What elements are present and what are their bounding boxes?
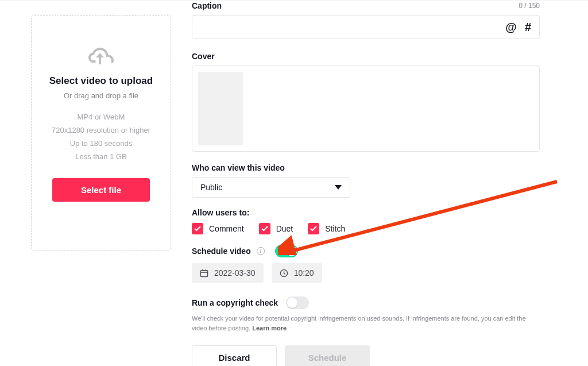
- caption-label: Caption: [192, 1, 222, 10]
- toggle-knob: [287, 298, 297, 308]
- clock-icon: [280, 269, 288, 278]
- checkbox-comment[interactable]: [192, 223, 203, 234]
- checkbox-duet[interactable]: [259, 223, 270, 234]
- select-file-button[interactable]: Select file: [52, 178, 150, 202]
- discard-button[interactable]: Discard: [192, 345, 277, 366]
- hashtag-icon[interactable]: #: [525, 21, 531, 34]
- checkbox-stitch[interactable]: [308, 223, 319, 234]
- upload-subtitle: Or drag and drop a file: [64, 91, 138, 100]
- caption-input[interactable]: [200, 16, 497, 38]
- req-format: MP4 or WebM: [78, 113, 125, 121]
- upload-requirements: MP4 or WebM 720x1280 resolution or highe…: [52, 113, 150, 161]
- cover-selector[interactable]: [192, 66, 540, 152]
- checkbox-duet-label: Duet: [276, 224, 293, 233]
- learn-more-link[interactable]: Learn more: [252, 325, 287, 332]
- visibility-label: Who can view this video: [192, 163, 540, 172]
- allow-label: Allow users to:: [192, 208, 540, 217]
- schedule-label: Schedule video: [192, 246, 251, 256]
- cover-thumbnail-placeholder: [198, 72, 243, 145]
- upload-title: Select video to upload: [49, 75, 153, 87]
- copyright-description: We'll check your video for potential cop…: [192, 314, 540, 333]
- req-duration: Up to 180 seconds: [70, 139, 132, 148]
- req-resolution: 720x1280 resolution or higher: [52, 126, 150, 134]
- chevron-down-icon: [335, 185, 342, 190]
- calendar-icon: [200, 269, 208, 278]
- req-size: Less than 1 GB: [75, 152, 127, 161]
- copyright-desc-text: We'll check your video for potential cop…: [192, 315, 526, 332]
- checkbox-stitch-label: Stitch: [325, 224, 345, 233]
- checkbox-comment-label: Comment: [209, 224, 244, 233]
- copyright-label: Run a copyright check: [192, 298, 278, 307]
- schedule-time-value: 10:20: [294, 268, 314, 278]
- schedule-date-value: 2022-03-30: [214, 268, 256, 278]
- info-icon[interactable]: i: [257, 247, 265, 255]
- caption-field-wrapper: @ #: [192, 15, 540, 39]
- mention-icon[interactable]: @: [505, 21, 517, 34]
- visibility-selected-value: Public: [200, 183, 222, 192]
- svg-marker-2: [335, 185, 342, 190]
- schedule-button[interactable]: Schedule: [285, 345, 370, 366]
- schedule-date-picker[interactable]: 2022-03-30: [192, 263, 264, 283]
- check-icon: [261, 226, 268, 232]
- upload-dropzone[interactable]: Select video to upload Or drag and drop …: [31, 15, 171, 251]
- caption-char-count: 0 / 150: [519, 2, 540, 10]
- visibility-select[interactable]: Public: [192, 177, 350, 198]
- copyright-toggle[interactable]: [286, 296, 309, 309]
- svg-marker-1: [96, 53, 104, 57]
- schedule-toggle[interactable]: [275, 245, 298, 257]
- svg-rect-3: [200, 270, 207, 276]
- check-icon: [194, 226, 201, 232]
- cloud-upload-icon: [88, 48, 114, 66]
- check-icon: [310, 226, 317, 232]
- schedule-time-picker[interactable]: 10:20: [272, 263, 322, 283]
- toggle-knob: [287, 246, 297, 256]
- cover-label: Cover: [192, 52, 540, 61]
